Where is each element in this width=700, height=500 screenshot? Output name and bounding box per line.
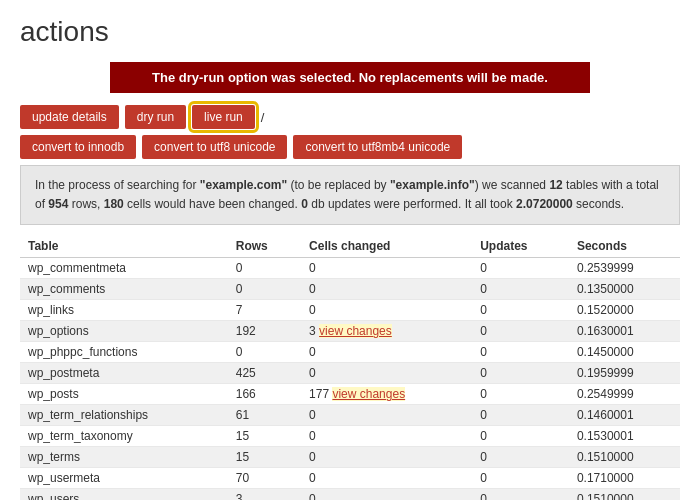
cell-seconds: 0.1959999 [569, 363, 680, 384]
update-details-button[interactable]: update details [20, 105, 119, 129]
convert-innodb-button[interactable]: convert to innodb [20, 135, 136, 159]
table-header-row: Table Rows Cells changed Updates Seconds [20, 235, 680, 258]
cell-cells-changed: 0 [301, 426, 472, 447]
col-table: Table [20, 235, 228, 258]
cell-table-name: wp_links [20, 300, 228, 321]
cell-rows: 0 [228, 342, 301, 363]
convert-utf8mb4-button[interactable]: convert to utf8mb4 unicode [293, 135, 462, 159]
cell-seconds: 0.1630001 [569, 321, 680, 342]
table-row: wp_links7000.1520000 [20, 300, 680, 321]
cell-cells-changed: 0 [301, 447, 472, 468]
actions-section: actions The dry-run option was selected.… [0, 0, 700, 500]
cell-rows: 15 [228, 426, 301, 447]
col-rows: Rows [228, 235, 301, 258]
cell-updates: 0 [472, 426, 569, 447]
view-changes-link[interactable]: view changes [332, 387, 405, 401]
cell-rows: 192 [228, 321, 301, 342]
cell-rows: 3 [228, 489, 301, 500]
cell-seconds: 0.1350000 [569, 279, 680, 300]
cell-cells-changed[interactable]: 177 view changes [301, 384, 472, 405]
table-body: wp_commentmeta0000.2539999wp_comments000… [20, 258, 680, 500]
convert-utf8-button[interactable]: convert to utf8 unicode [142, 135, 287, 159]
table-row: wp_posts166177 view changes00.2549999 [20, 384, 680, 405]
col-cells: Cells changed [301, 235, 472, 258]
cell-table-name: wp_commentmeta [20, 258, 228, 279]
cell-cells-changed: 0 [301, 489, 472, 500]
cell-seconds: 0.1450000 [569, 342, 680, 363]
cell-seconds: 0.2549999 [569, 384, 680, 405]
button-row-1: update details dry run live run / [20, 105, 680, 129]
table-row: wp_users3000.1510000 [20, 489, 680, 500]
cell-seconds: 0.1530001 [569, 426, 680, 447]
cell-updates: 0 [472, 384, 569, 405]
actions-title: actions [20, 16, 680, 48]
cell-updates: 0 [472, 300, 569, 321]
alert-banner: The dry-run option was selected. No repl… [110, 62, 590, 93]
table-row: wp_term_relationships61000.1460001 [20, 405, 680, 426]
col-seconds: Seconds [569, 235, 680, 258]
cell-updates: 0 [472, 447, 569, 468]
cell-table-name: wp_postmeta [20, 363, 228, 384]
cell-rows: 425 [228, 363, 301, 384]
table-row: wp_options1923 view changes00.1630001 [20, 321, 680, 342]
cell-seconds: 0.1520000 [569, 300, 680, 321]
cell-cells-changed[interactable]: 3 view changes [301, 321, 472, 342]
table-row: wp_terms15000.1510000 [20, 447, 680, 468]
cell-table-name: wp_phppc_functions [20, 342, 228, 363]
button-row-2: convert to innodb convert to utf8 unicod… [20, 135, 680, 159]
cell-updates: 0 [472, 258, 569, 279]
table-row: wp_commentmeta0000.2539999 [20, 258, 680, 279]
cell-rows: 61 [228, 405, 301, 426]
cell-cells-changed: 0 [301, 300, 472, 321]
cell-seconds: 0.1510000 [569, 489, 680, 500]
cell-table-name: wp_term_taxonomy [20, 426, 228, 447]
cell-rows: 166 [228, 384, 301, 405]
view-changes-link[interactable]: view changes [319, 324, 392, 338]
info-text: In the process of searching for "example… [35, 178, 659, 211]
cell-seconds: 0.1460001 [569, 405, 680, 426]
results-table: Table Rows Cells changed Updates Seconds… [20, 235, 680, 500]
slash-separator: / [261, 110, 265, 125]
cell-updates: 0 [472, 363, 569, 384]
dry-run-button[interactable]: dry run [125, 105, 186, 129]
cell-rows: 70 [228, 468, 301, 489]
col-updates: Updates [472, 235, 569, 258]
cell-seconds: 0.2539999 [569, 258, 680, 279]
cell-updates: 0 [472, 342, 569, 363]
cell-cells-changed: 0 [301, 468, 472, 489]
cell-seconds: 0.1510000 [569, 447, 680, 468]
page-wrapper: actions The dry-run option was selected.… [0, 0, 700, 500]
cell-table-name: wp_options [20, 321, 228, 342]
cell-rows: 7 [228, 300, 301, 321]
live-run-button[interactable]: live run [192, 105, 255, 129]
table-row: wp_usermeta70000.1710000 [20, 468, 680, 489]
cell-seconds: 0.1710000 [569, 468, 680, 489]
cell-updates: 0 [472, 405, 569, 426]
cell-updates: 0 [472, 468, 569, 489]
info-box: In the process of searching for "example… [20, 165, 680, 225]
cell-cells-changed: 0 [301, 279, 472, 300]
cell-cells-changed: 0 [301, 258, 472, 279]
table-row: wp_term_taxonomy15000.1530001 [20, 426, 680, 447]
cell-cells-changed: 0 [301, 342, 472, 363]
table-row: wp_comments0000.1350000 [20, 279, 680, 300]
cell-table-name: wp_comments [20, 279, 228, 300]
cell-cells-changed: 0 [301, 405, 472, 426]
cell-table-name: wp_usermeta [20, 468, 228, 489]
cell-table-name: wp_users [20, 489, 228, 500]
cell-rows: 15 [228, 447, 301, 468]
cell-rows: 0 [228, 258, 301, 279]
cell-rows: 0 [228, 279, 301, 300]
cell-cells-changed: 0 [301, 363, 472, 384]
cell-table-name: wp_term_relationships [20, 405, 228, 426]
cell-table-name: wp_posts [20, 384, 228, 405]
cell-table-name: wp_terms [20, 447, 228, 468]
cell-updates: 0 [472, 321, 569, 342]
table-row: wp_postmeta425000.1959999 [20, 363, 680, 384]
cell-updates: 0 [472, 279, 569, 300]
cell-updates: 0 [472, 489, 569, 500]
table-row: wp_phppc_functions0000.1450000 [20, 342, 680, 363]
